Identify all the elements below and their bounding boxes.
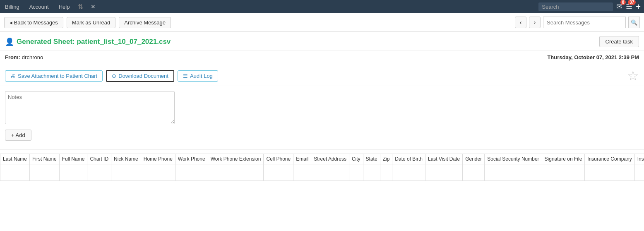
star-button[interactable]: ☆	[627, 69, 639, 82]
column-header-6: Work Phone	[175, 154, 208, 164]
audit-log-button[interactable]: ☰ Audit Log	[178, 70, 218, 82]
table-cell-5	[141, 164, 175, 181]
column-header-10: Street Address	[311, 154, 349, 164]
toolbar-right: ‹ › 🔍	[515, 17, 640, 28]
account-nav[interactable]: Account	[28, 4, 50, 10]
column-header-3: Chart ID	[87, 154, 111, 164]
column-header-4: Nick Name	[111, 154, 141, 164]
table-cell-17	[485, 164, 542, 181]
billing-nav[interactable]: Billing	[3, 4, 21, 10]
column-header-15: Last Visit Date	[425, 154, 463, 164]
global-search-input[interactable]	[538, 2, 613, 11]
message-toolbar: ◂ Back to Messages Mark as Unread Archiv…	[0, 13, 644, 32]
menu-badge: 37	[628, 0, 636, 5]
column-header-18: Signature on File	[542, 154, 585, 164]
download-label: Download Document	[118, 73, 168, 79]
audit-icon: ☰	[183, 73, 188, 79]
column-header-14: Date of Birth	[392, 154, 425, 164]
download-document-button[interactable]: ⊙ Download Document	[106, 70, 174, 82]
table-body	[0, 164, 644, 181]
table-row	[0, 164, 644, 181]
column-header-5: Home Phone	[141, 154, 175, 164]
top-nav-right: ✉ 8 ☰ 37 +	[538, 2, 641, 12]
search-messages-button[interactable]: 🔍	[628, 17, 640, 28]
download-icon: ⊙	[112, 73, 116, 79]
save-attachment-button[interactable]: 🖨 Save Attachment to Patient Chart	[5, 70, 103, 82]
table-cell-13	[380, 164, 392, 181]
table-cell-20	[634, 164, 644, 181]
table-header-row: Last NameFirst NameFull NameChart IDNick…	[0, 154, 644, 164]
table-cell-18	[542, 164, 585, 181]
table-cell-15	[425, 164, 463, 181]
back-to-messages-button[interactable]: ◂ Back to Messages	[4, 17, 63, 28]
mail-icon-btn[interactable]: ✉ 8	[616, 2, 622, 11]
add-icon[interactable]: +	[636, 2, 641, 12]
table-cell-12	[363, 164, 380, 181]
column-header-1: First Name	[30, 154, 60, 164]
menu-icon-btn[interactable]: ☰ 37	[626, 2, 632, 11]
message-title: 👤 Generated Sheet: patient_list_10_07_20…	[5, 37, 171, 46]
add-button[interactable]: + Add	[5, 130, 31, 141]
table-cell-6	[175, 164, 208, 181]
message-title-text: Generated Sheet: patient_list_10_07_2021…	[17, 38, 171, 46]
column-header-11: City	[349, 154, 363, 164]
column-header-17: Social Security Number	[485, 154, 542, 164]
mark-unread-button[interactable]: Mark as Unread	[67, 17, 115, 28]
from-value: drchrono	[22, 54, 43, 60]
printer-icon: 🖨	[10, 73, 16, 79]
from-row: From: drchrono Thursday, October 07, 202…	[0, 51, 644, 64]
search-messages-input[interactable]	[543, 17, 626, 28]
table-cell-8	[264, 164, 293, 181]
create-task-button[interactable]: Create task	[599, 36, 639, 47]
table-cell-3	[87, 164, 111, 181]
table-cell-10	[311, 164, 349, 181]
column-header-16: Gender	[463, 154, 485, 164]
help-nav[interactable]: Help	[57, 4, 72, 10]
save-attachment-label: Save Attachment to Patient Chart	[18, 73, 97, 79]
table-cell-14	[392, 164, 425, 181]
column-header-2: Full Name	[59, 154, 87, 164]
prev-message-button[interactable]: ‹	[515, 17, 526, 28]
table-cell-4	[111, 164, 141, 181]
table-cell-1	[30, 164, 60, 181]
column-header-12: State	[363, 154, 380, 164]
column-header-7: Work Phone Extension	[208, 154, 264, 164]
mail-badge: 8	[620, 0, 626, 5]
table-cell-2	[59, 164, 87, 181]
person-icon: 👤	[5, 37, 14, 46]
column-header-9: Email	[293, 154, 311, 164]
next-message-button[interactable]: ›	[529, 17, 541, 28]
audit-log-label: Audit Log	[190, 73, 213, 79]
table-cell-16	[463, 164, 485, 181]
table-cell-11	[349, 164, 363, 181]
message-date: Thursday, October 07, 2021 2:39 PM	[547, 54, 639, 60]
action-row: 🖨 Save Attachment to Patient Chart ⊙ Dow…	[0, 64, 644, 86]
patient-data-table: Last NameFirst NameFull NameChart IDNick…	[0, 154, 644, 181]
data-table-wrapper: Last NameFirst NameFull NameChart IDNick…	[0, 149, 644, 181]
from-label: From:	[5, 54, 20, 60]
notes-section: + Add	[0, 86, 644, 146]
close-icon[interactable]: ✕	[91, 3, 96, 10]
top-navigation: Billing Account Help ⇅ ✕ ✉ 8 ☰ 37 +	[0, 0, 644, 13]
notes-textarea[interactable]	[5, 91, 175, 124]
table-cell-19	[585, 164, 634, 181]
archive-message-button[interactable]: Archive Message	[119, 17, 171, 28]
divider-icon: ⇅	[78, 3, 83, 11]
column-header-0: Last Name	[0, 154, 30, 164]
column-header-20: Insurance ID Number	[634, 154, 644, 164]
table-cell-9	[293, 164, 311, 181]
column-header-19: Insurance Company	[585, 154, 634, 164]
table-cell-0	[0, 164, 30, 181]
table-cell-7	[208, 164, 264, 181]
column-header-13: Zip	[380, 154, 392, 164]
message-title-row: 👤 Generated Sheet: patient_list_10_07_20…	[0, 32, 644, 51]
column-header-8: Cell Phone	[264, 154, 293, 164]
